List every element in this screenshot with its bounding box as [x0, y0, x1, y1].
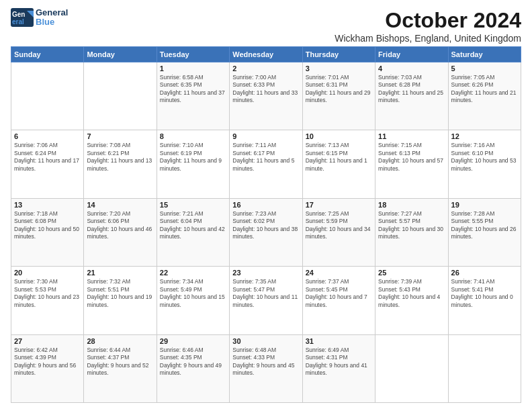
day-number: 22: [160, 269, 226, 277]
cell-content: Sunrise: 7:18 AM Sunset: 6:08 PM Dayligh…: [14, 210, 81, 241]
cell-3-1: 13Sunrise: 7:18 AM Sunset: 6:08 PM Dayli…: [11, 198, 84, 266]
day-number: 29: [160, 337, 226, 345]
cell-3-4: 16Sunrise: 7:23 AM Sunset: 6:02 PM Dayli…: [230, 198, 302, 266]
cell-3-2: 14Sunrise: 7:20 AM Sunset: 6:06 PM Dayli…: [84, 198, 157, 266]
cell-3-7: 19Sunrise: 7:28 AM Sunset: 5:55 PM Dayli…: [448, 198, 521, 266]
cell-content: Sunrise: 7:01 AM Sunset: 6:31 PM Dayligh…: [306, 74, 372, 105]
cell-3-5: 17Sunrise: 7:25 AM Sunset: 5:59 PM Dayli…: [302, 198, 375, 266]
day-number: 6: [14, 132, 81, 140]
day-number: 2: [232, 64, 299, 73]
day-number: 25: [378, 269, 445, 277]
header: Gen eral General Blue October 2024 Wickh…: [11, 8, 521, 44]
cell-5-4: 30Sunrise: 6:48 AM Sunset: 4:33 PM Dayli…: [230, 334, 302, 402]
col-wednesday: Wednesday: [230, 47, 302, 62]
cell-1-3: 1Sunrise: 6:58 AM Sunset: 6:35 PM Daylig…: [157, 62, 229, 130]
cell-content: Sunrise: 7:05 AM Sunset: 6:26 PM Dayligh…: [451, 74, 518, 105]
cell-content: Sunrise: 7:27 AM Sunset: 5:57 PM Dayligh…: [378, 210, 445, 241]
day-number: 10: [306, 132, 372, 140]
cell-content: Sunrise: 7:13 AM Sunset: 6:15 PM Dayligh…: [306, 142, 372, 173]
day-number: 3: [306, 64, 372, 73]
cell-4-4: 23Sunrise: 7:35 AM Sunset: 5:47 PM Dayli…: [230, 267, 302, 334]
col-friday: Friday: [375, 47, 448, 62]
cell-content: Sunrise: 7:23 AM Sunset: 6:02 PM Dayligh…: [232, 210, 299, 241]
week-row-4: 20Sunrise: 7:30 AM Sunset: 5:53 PM Dayli…: [11, 267, 521, 334]
day-number: 1: [160, 64, 226, 73]
cell-2-3: 8Sunrise: 7:10 AM Sunset: 6:19 PM Daylig…: [157, 130, 229, 198]
week-row-2: 6Sunrise: 7:06 AM Sunset: 6:24 PM Daylig…: [11, 130, 521, 198]
col-sunday: Sunday: [11, 47, 84, 62]
cell-content: Sunrise: 7:30 AM Sunset: 5:53 PM Dayligh…: [14, 278, 81, 309]
cell-content: Sunrise: 7:21 AM Sunset: 6:04 PM Dayligh…: [160, 210, 226, 241]
cell-content: Sunrise: 7:41 AM Sunset: 5:41 PM Dayligh…: [451, 278, 518, 309]
week-row-3: 13Sunrise: 7:18 AM Sunset: 6:08 PM Dayli…: [11, 198, 521, 266]
col-thursday: Thursday: [302, 47, 375, 62]
day-number: 26: [451, 269, 518, 277]
header-row: Sunday Monday Tuesday Wednesday Thursday…: [11, 47, 521, 62]
cell-2-6: 11Sunrise: 7:15 AM Sunset: 6:13 PM Dayli…: [375, 130, 448, 198]
calendar-page: Gen eral General Blue October 2024 Wickh…: [0, 0, 532, 411]
day-number: 28: [87, 337, 153, 345]
calendar-table: Sunday Monday Tuesday Wednesday Thursday…: [11, 46, 521, 403]
day-number: 18: [378, 201, 445, 209]
cell-content: Sunrise: 7:34 AM Sunset: 5:49 PM Dayligh…: [160, 278, 226, 309]
cell-4-1: 20Sunrise: 7:30 AM Sunset: 5:53 PM Dayli…: [11, 267, 84, 334]
cell-5-5: 31Sunrise: 6:49 AM Sunset: 4:31 PM Dayli…: [302, 334, 375, 402]
col-monday: Monday: [84, 47, 157, 62]
cell-content: Sunrise: 7:00 AM Sunset: 6:33 PM Dayligh…: [232, 74, 299, 105]
cell-5-1: 27Sunrise: 6:42 AM Sunset: 4:39 PM Dayli…: [11, 334, 84, 402]
col-saturday: Saturday: [448, 47, 521, 62]
day-number: 24: [306, 269, 372, 277]
cell-5-2: 28Sunrise: 6:44 AM Sunset: 4:37 PM Dayli…: [84, 334, 157, 402]
cell-5-6: [375, 334, 448, 402]
logo-text-general: General: [36, 8, 68, 17]
cell-1-1: [11, 62, 84, 130]
day-number: 11: [378, 132, 445, 140]
day-number: 5: [451, 64, 518, 73]
day-number: 14: [87, 201, 153, 209]
day-number: 16: [232, 201, 299, 209]
cell-2-7: 12Sunrise: 7:16 AM Sunset: 6:10 PM Dayli…: [448, 130, 521, 198]
cell-4-3: 22Sunrise: 7:34 AM Sunset: 5:49 PM Dayli…: [157, 267, 229, 334]
cell-1-7: 5Sunrise: 7:05 AM Sunset: 6:26 PM Daylig…: [448, 62, 521, 130]
cell-5-7: [448, 334, 521, 402]
day-number: 19: [451, 201, 518, 209]
cell-content: Sunrise: 6:48 AM Sunset: 4:33 PM Dayligh…: [232, 347, 299, 377]
day-number: 12: [451, 132, 518, 140]
cell-content: Sunrise: 7:25 AM Sunset: 5:59 PM Dayligh…: [306, 210, 372, 241]
day-number: 31: [306, 337, 372, 345]
month-title: October 2024: [335, 8, 521, 33]
cell-content: Sunrise: 7:10 AM Sunset: 6:19 PM Dayligh…: [160, 142, 226, 173]
cell-1-5: 3Sunrise: 7:01 AM Sunset: 6:31 PM Daylig…: [302, 62, 375, 130]
cell-content: Sunrise: 7:28 AM Sunset: 5:55 PM Dayligh…: [451, 210, 518, 241]
cell-content: Sunrise: 7:35 AM Sunset: 5:47 PM Dayligh…: [232, 278, 299, 309]
cell-5-3: 29Sunrise: 6:46 AM Sunset: 4:35 PM Dayli…: [157, 334, 229, 402]
location-title: Wickham Bishops, England, United Kingdom: [335, 33, 521, 44]
cell-2-4: 9Sunrise: 7:11 AM Sunset: 6:17 PM Daylig…: [230, 130, 302, 198]
cell-content: Sunrise: 6:44 AM Sunset: 4:37 PM Dayligh…: [87, 347, 153, 377]
title-block: October 2024 Wickham Bishops, England, U…: [335, 8, 521, 44]
day-number: 15: [160, 201, 226, 209]
logo-icon: Gen eral: [11, 8, 34, 27]
cell-2-1: 6Sunrise: 7:06 AM Sunset: 6:24 PM Daylig…: [11, 130, 84, 198]
day-number: 8: [160, 132, 226, 140]
cell-content: Sunrise: 6:49 AM Sunset: 4:31 PM Dayligh…: [306, 347, 372, 377]
cell-content: Sunrise: 7:15 AM Sunset: 6:13 PM Dayligh…: [378, 142, 445, 173]
cell-4-5: 24Sunrise: 7:37 AM Sunset: 5:45 PM Dayli…: [302, 267, 375, 334]
cell-content: Sunrise: 6:42 AM Sunset: 4:39 PM Dayligh…: [14, 347, 81, 377]
day-number: 23: [232, 269, 299, 277]
cell-content: Sunrise: 7:16 AM Sunset: 6:10 PM Dayligh…: [451, 142, 518, 173]
day-number: 13: [14, 201, 81, 209]
cell-content: Sunrise: 7:20 AM Sunset: 6:06 PM Dayligh…: [87, 210, 153, 241]
cell-4-7: 26Sunrise: 7:41 AM Sunset: 5:41 PM Dayli…: [448, 267, 521, 334]
day-number: 30: [232, 337, 299, 345]
day-number: 27: [14, 337, 81, 345]
cell-content: Sunrise: 7:03 AM Sunset: 6:28 PM Dayligh…: [378, 74, 445, 105]
week-row-5: 27Sunrise: 6:42 AM Sunset: 4:39 PM Dayli…: [11, 334, 521, 402]
cell-content: Sunrise: 7:37 AM Sunset: 5:45 PM Dayligh…: [306, 278, 372, 309]
day-number: 9: [232, 132, 299, 140]
cell-4-2: 21Sunrise: 7:32 AM Sunset: 5:51 PM Dayli…: [84, 267, 157, 334]
day-number: 21: [87, 269, 153, 277]
cell-3-3: 15Sunrise: 7:21 AM Sunset: 6:04 PM Dayli…: [157, 198, 229, 266]
cell-1-2: [84, 62, 157, 130]
cell-content: Sunrise: 7:08 AM Sunset: 6:21 PM Dayligh…: [87, 142, 153, 173]
